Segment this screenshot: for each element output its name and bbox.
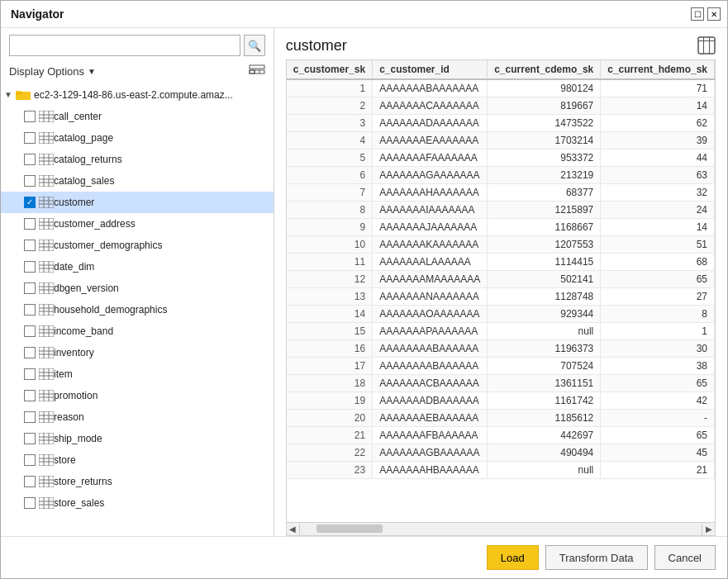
scroll-right-button[interactable]: ▶: [702, 523, 715, 536]
tree-item[interactable]: household_demographics: [1, 299, 274, 320]
tree-item[interactable]: catalog_sales: [1, 170, 274, 192]
tree-item[interactable]: promotion: [1, 385, 274, 406]
tree-item-checkbox[interactable]: [24, 411, 36, 423]
tree-root[interactable]: ▼ ec2-3-129-148-86.us-east-2.compute.ama…: [1, 84, 274, 106]
tree-item[interactable]: item: [1, 363, 274, 385]
tree-item[interactable]: call_center: [1, 106, 274, 127]
tree-item-checkbox[interactable]: [24, 368, 36, 380]
table-cell: 19: [287, 392, 373, 410]
tree-item-checkbox[interactable]: [24, 304, 36, 316]
table-cell: 62: [601, 115, 715, 132]
tree-item[interactable]: date_dim: [1, 256, 274, 278]
table-row: 9AAAAAAAJAAAAAAA116866714: [287, 219, 715, 236]
table-icon: [39, 154, 54, 165]
table-cell: 38: [601, 358, 715, 375]
tree-item-checkbox[interactable]: [24, 154, 36, 165]
table-cell: AAAAAAAEBAAAAAA: [373, 410, 488, 427]
table-cell: AAAAAAAHBAAAAAA: [373, 462, 488, 479]
svg-rect-8: [39, 111, 54, 122]
tree-item[interactable]: customer: [1, 192, 274, 213]
tree-item[interactable]: store_sales: [1, 492, 274, 514]
scroll-thumb[interactable]: [316, 524, 383, 533]
display-options-button[interactable]: Display Options ▼: [9, 65, 96, 78]
tree-item-checkbox[interactable]: [24, 325, 36, 337]
tree-item-checkbox[interactable]: [24, 111, 36, 122]
table-row: 15AAAAAAAPAAAAAAAnull1: [287, 323, 715, 340]
right-panel: customer c_customer_sk c_custome: [274, 28, 727, 536]
tree-item[interactable]: income_band: [1, 320, 274, 342]
table-row: 10AAAAAAAKAAAAAAA120755351: [287, 236, 715, 254]
transform-data-button[interactable]: Transform Data: [545, 545, 648, 570]
tree-item-checkbox[interactable]: [24, 132, 36, 144]
horizontal-scrollbar[interactable]: ◀ ▶: [286, 523, 716, 536]
table-cell: 63: [601, 167, 715, 184]
table-cell: 13: [287, 288, 373, 306]
tree-item[interactable]: dbgen_version: [1, 278, 274, 299]
close-button[interactable]: ✕: [707, 7, 721, 21]
display-options-arrow: ▼: [88, 67, 96, 76]
tree-item-checkbox[interactable]: [24, 240, 36, 251]
tree-item-checkbox[interactable]: [24, 218, 36, 230]
load-button[interactable]: Load: [487, 545, 539, 570]
tree-item[interactable]: ship_mode: [1, 428, 274, 449]
svg-rect-18: [39, 154, 54, 165]
tree-item[interactable]: catalog_page: [1, 127, 274, 149]
table-cell: 30: [601, 340, 715, 358]
tree-item-checkbox[interactable]: [24, 454, 36, 466]
table-cell: 5: [287, 149, 373, 167]
table-cell: AAAAAAAABAAAAAA: [373, 358, 488, 375]
cancel-button[interactable]: Cancel: [654, 545, 716, 570]
svg-rect-23: [39, 175, 54, 187]
tree-item-label: call_center: [54, 111, 102, 122]
tree-item-checkbox[interactable]: [24, 390, 36, 401]
table-cell: 44: [601, 149, 715, 167]
tree-item[interactable]: customer_demographics: [1, 235, 274, 256]
table-cell: 980124: [488, 79, 601, 97]
table-row: 6AAAAAAAGAAAAAAA21321963: [287, 167, 715, 184]
svg-rect-83: [39, 433, 54, 444]
tree-item-checkbox[interactable]: [24, 433, 36, 444]
table-cell: AAAAAAAGAAAAAAA: [373, 167, 488, 184]
table-row: 21AAAAAAAFBAAAAAA44269765: [287, 427, 715, 444]
tree-item-checkbox[interactable]: [24, 476, 36, 487]
search-input[interactable]: [9, 35, 240, 56]
search-button[interactable]: 🔍: [244, 35, 265, 56]
left-panel: 🔍 Display Options ▼: [1, 28, 274, 536]
tree-item[interactable]: customer_address: [1, 213, 274, 235]
tree-item[interactable]: store_returns: [1, 471, 274, 492]
table-cell: AAAAAAAIAAAAAAA: [373, 202, 488, 219]
data-table-container[interactable]: c_customer_sk c_customer_id c_current_cd…: [286, 59, 716, 523]
scroll-left-button[interactable]: ◀: [287, 523, 300, 536]
table-cell: AAAAAAAABAAAAAA: [373, 340, 488, 358]
tree-item[interactable]: store: [1, 449, 274, 471]
folder-icon: [16, 89, 31, 101]
data-table: c_customer_sk c_customer_id c_current_cd…: [287, 60, 715, 479]
table-icon: [39, 347, 54, 358]
search-bar: 🔍: [1, 28, 274, 63]
tree-item[interactable]: catalog_returns: [1, 149, 274, 170]
minimize-button[interactable]: ☐: [691, 7, 704, 21]
tree-item-checkbox[interactable]: [24, 347, 36, 358]
table-row: 1AAAAAAABAAAAAAA98012471: [287, 79, 715, 97]
svg-rect-13: [39, 132, 54, 144]
svg-rect-43: [39, 261, 54, 273]
tree-item-label: ship_mode: [54, 433, 102, 444]
tree-item-checkbox[interactable]: [24, 261, 36, 273]
tree-item-checkbox[interactable]: [24, 282, 36, 294]
table-cell: 1161742: [488, 392, 601, 410]
tree-item-label: income_band: [54, 325, 113, 337]
table-cell: 42: [601, 392, 715, 410]
table-row: 7AAAAAAAHAAAAAAA6837732: [287, 184, 715, 202]
tree-item-checkbox[interactable]: [24, 197, 36, 208]
preview-icon[interactable]: [697, 36, 716, 55]
tree-item-checkbox[interactable]: [24, 175, 36, 187]
tree-item[interactable]: reason: [1, 406, 274, 428]
tree-item[interactable]: inventory: [1, 342, 274, 363]
table-view-icon[interactable]: [249, 63, 265, 79]
tree-item-checkbox[interactable]: [24, 497, 36, 509]
svg-rect-63: [39, 347, 54, 358]
table-cell: 2: [287, 97, 373, 115]
svg-rect-88: [39, 454, 54, 466]
table-row: 18AAAAAAACBAAAAAA136115165: [287, 375, 715, 392]
svg-rect-1: [250, 70, 264, 74]
